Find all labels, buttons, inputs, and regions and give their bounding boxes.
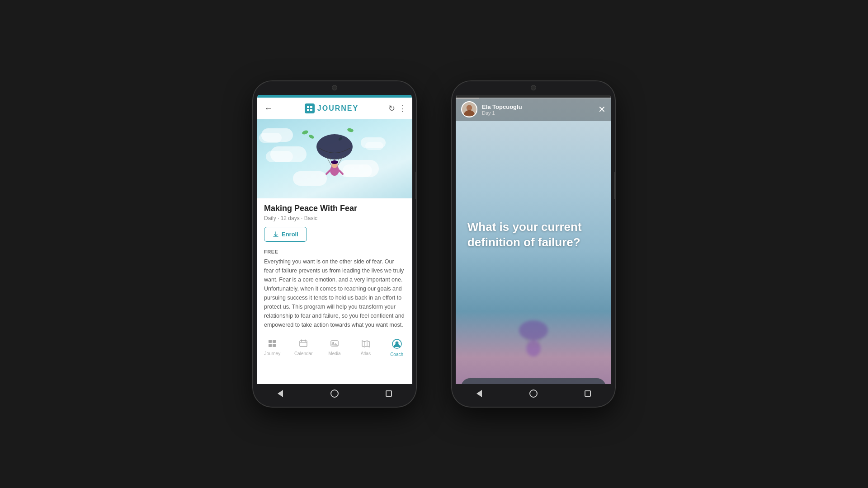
recents-hw-btn-2[interactable] <box>583 389 592 398</box>
blur-parachute <box>515 317 552 357</box>
svg-rect-27 <box>300 341 307 347</box>
enroll-button[interactable]: Enroll <box>264 227 307 242</box>
more-icon[interactable]: ⋮ <box>399 103 407 113</box>
coach-name: Ela Topcuoglu <box>482 103 598 110</box>
nav-item-media[interactable]: Media <box>319 337 350 359</box>
home-hw-btn-1[interactable] <box>330 389 339 398</box>
phone-1-screen: 4:11 ⚙ ● ← <box>257 85 412 403</box>
svg-line-22 <box>339 170 343 174</box>
phone-1-camera <box>332 85 337 90</box>
phone-2-side-button <box>614 172 615 199</box>
phone-2-top-bar <box>452 81 615 94</box>
enroll-label: Enroll <box>282 231 298 238</box>
download-icon <box>273 231 279 238</box>
back-hw-btn-1[interactable] <box>276 389 285 398</box>
course-title: Making Peace With Fear <box>264 204 405 213</box>
coach-avatar <box>461 101 477 117</box>
coach-nav-label: Coach <box>390 352 403 357</box>
back-hw-btn-2[interactable] <box>475 389 484 398</box>
coach-day: Day 1 <box>482 110 598 116</box>
svg-point-45 <box>519 320 548 340</box>
bottom-nav-1: Journey Calendar <box>257 335 412 361</box>
close-button[interactable]: ✕ <box>598 104 606 115</box>
phone-2-bottom-bar <box>452 384 615 407</box>
journey-nav-label: Journey <box>264 351 281 356</box>
question-text: What is your current definition of failu… <box>467 220 599 250</box>
hero-image-1 <box>257 119 412 198</box>
nav-item-calendar[interactable]: Calendar <box>288 337 319 359</box>
course-meta: Daily · 12 days · Basic <box>264 215 405 221</box>
nav-item-atlas[interactable]: Atlas <box>350 337 381 359</box>
media-nav-icon <box>330 339 339 350</box>
app-bar-actions: ↻ ⋮ <box>388 103 407 113</box>
phone-2: 4:11 ⚙ 🔋 <box>452 81 615 407</box>
phone-1-top-bar <box>253 81 416 94</box>
svg-rect-23 <box>269 340 272 343</box>
svg-rect-25 <box>269 344 272 347</box>
coach-header: Ela Topcuoglu Day 1 ✕ <box>456 98 611 121</box>
atlas-nav-label: Atlas <box>361 351 371 356</box>
home-hw-btn-2[interactable] <box>529 389 538 398</box>
phone-1-side-button <box>415 172 416 199</box>
recents-hw-btn-1[interactable] <box>384 389 393 398</box>
app-bar-1: ← JOURNEY ↻ ⋮ <box>257 98 412 119</box>
phone-2-screen: 4:11 ⚙ 🔋 <box>456 85 611 403</box>
svg-rect-9 <box>310 106 312 108</box>
parachute-illustration <box>312 129 357 189</box>
nav-item-journey[interactable]: Journey <box>257 337 288 359</box>
svg-point-20 <box>331 160 338 164</box>
svg-point-51 <box>467 105 472 110</box>
svg-line-21 <box>326 170 330 174</box>
svg-point-12 <box>316 134 353 160</box>
coach-nav-icon <box>392 339 402 351</box>
svg-rect-11 <box>310 109 312 111</box>
free-badge: FREE <box>264 249 405 254</box>
nav-item-coach[interactable]: Coach <box>381 337 412 359</box>
journey-nav-icon <box>268 339 277 350</box>
back-button-1[interactable]: ← <box>262 101 275 115</box>
course-description: Everything you want is on the other side… <box>264 257 405 329</box>
phone-2-camera <box>531 85 536 90</box>
course-content: Making Peace With Fear Daily · 12 days ·… <box>257 198 412 335</box>
coach-hero-bg: Ela Topcuoglu Day 1 ✕ What is your curre… <box>456 98 611 403</box>
svg-rect-24 <box>273 340 276 343</box>
phone-1-bottom-bar <box>253 384 416 407</box>
atlas-nav-icon <box>361 339 370 350</box>
calendar-nav-icon <box>299 339 308 350</box>
journey-logo-icon <box>305 103 315 113</box>
phone-1: 4:11 ⚙ ● ← <box>253 81 416 407</box>
question-area: What is your current definition of failu… <box>467 220 599 250</box>
media-nav-label: Media <box>328 351 340 356</box>
calendar-nav-label: Calendar <box>294 351 313 356</box>
svg-rect-26 <box>273 344 276 347</box>
refresh-icon[interactable]: ↻ <box>388 103 395 113</box>
svg-rect-10 <box>307 109 309 111</box>
app-title-area: JOURNEY <box>275 103 388 113</box>
journey-title: JOURNEY <box>317 104 359 113</box>
coach-content: Ela Topcuoglu Day 1 ✕ What is your curre… <box>456 98 611 403</box>
coach-info: Ela Topcuoglu Day 1 <box>482 103 598 116</box>
svg-rect-8 <box>307 106 309 108</box>
